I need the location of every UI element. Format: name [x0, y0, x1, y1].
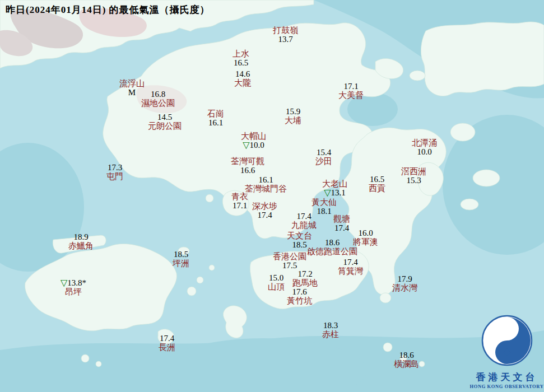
station-name: 深水埗	[252, 202, 277, 211]
station-marker-icon: ▽	[243, 140, 249, 150]
station-name: 青衣	[231, 192, 248, 201]
station-name: 黃大仙	[311, 198, 337, 207]
station-name: 沙田	[315, 157, 332, 166]
station-value: 17.4	[252, 211, 277, 220]
station-marker-icon: ▽	[61, 278, 67, 287]
station: 荃灣可觀16.6	[231, 157, 264, 175]
station-marker-icon: ▽	[324, 188, 331, 197]
station-value: 14.5	[148, 113, 182, 122]
station: 觀塘17.4	[333, 214, 350, 232]
station-value: 13.7	[273, 35, 298, 44]
station-name: 濕地公園	[141, 99, 175, 108]
station-name: 大隴	[234, 78, 251, 87]
station-value: 16.5	[369, 175, 385, 184]
station: 16.0將軍澳	[353, 228, 378, 246]
station-value: 16.1	[207, 118, 224, 127]
station-value: 17.3	[106, 163, 123, 172]
station: 18.3赤柱	[322, 321, 339, 339]
station-name: 大美督	[338, 91, 364, 100]
station: 北潭涌10.0	[412, 138, 437, 156]
station-name: 昂坪	[61, 287, 86, 296]
station: 17.1大美督	[338, 82, 364, 100]
station: 17.4長洲	[159, 334, 175, 352]
station-value: 14.6	[234, 69, 251, 78]
station-name: 打鼓嶺	[273, 26, 298, 35]
station: 16.8濕地公園	[141, 90, 175, 108]
station: 16.5西貢	[369, 175, 385, 193]
station: 18.9赤鱲角	[68, 232, 94, 250]
station-name: 坪洲	[173, 259, 189, 268]
station-value: 18.3	[322, 321, 339, 330]
station-value: 16.5	[233, 58, 249, 67]
station-value: 15.4	[315, 148, 332, 157]
station: 深水埗17.4	[252, 202, 277, 220]
hko-logo-name-zh: 香港天文台	[469, 371, 544, 384]
station: 17.2跑馬地	[292, 269, 318, 287]
station: 大老山▽13.1	[322, 179, 347, 197]
station-name: 屯門	[106, 172, 123, 181]
station: 17.9清水灣	[392, 274, 417, 292]
station-value: 16.0	[353, 228, 378, 237]
station: 石崗16.1	[207, 109, 224, 127]
land-northeast	[421, 22, 544, 96]
station-value: 17.4	[291, 212, 317, 221]
station-value: 15.3	[401, 176, 426, 185]
station-value: 18.5	[173, 250, 189, 259]
station-name: 西貢	[369, 184, 385, 193]
station-name: 大埔	[285, 116, 301, 125]
station-name: 將軍澳	[353, 237, 378, 246]
station-name: 橫瀾島	[394, 360, 419, 368]
station-name: 大帽山	[241, 132, 266, 141]
station-name: 石崗	[207, 109, 224, 118]
station: 15.4沙田	[315, 148, 332, 166]
station: ▽13.8*昂坪	[61, 278, 86, 296]
hk-min-temp-map: 昨日(2024年01月14日) 的最低氣溫（攝氏度） 打鼓嶺13.7上水16.5…	[0, 0, 544, 392]
hko-logo: 香港天文台 HONG KONG OBSERVATORY	[469, 314, 544, 389]
station: 青衣17.1	[231, 192, 248, 210]
station: 17.4筲箕灣	[338, 258, 363, 276]
station-name: 流浮山	[119, 79, 145, 88]
station: 14.5元朗公園	[148, 113, 182, 130]
hko-logo-icon	[480, 314, 534, 367]
station-value: 18.9	[68, 232, 94, 241]
station: 滘西洲15.3	[401, 167, 426, 185]
station-name: 山頂	[268, 282, 285, 291]
station-name: 元朗公園	[148, 122, 182, 130]
hko-logo-name-en: HONG KONG OBSERVATORY	[469, 384, 544, 389]
station-name: 清水灣	[392, 283, 417, 292]
station-value: 16.6	[231, 166, 264, 175]
station-name: 北潭涌	[412, 138, 437, 147]
station-value: 15.0	[268, 273, 285, 282]
station: 14.6大隴	[234, 69, 251, 87]
station-value: 17.5	[273, 261, 306, 270]
station-name: 啟德跑道公園	[307, 247, 357, 256]
station-name: 黃竹坑	[287, 296, 312, 305]
station-name: 荃灣可觀	[231, 157, 264, 166]
station-name: 赤鱲角	[68, 241, 94, 250]
station-value: 17.9	[392, 274, 417, 283]
map-title: 昨日(2024年01月14日) 的最低氣溫（攝氏度）	[6, 3, 210, 16]
station: 打鼓嶺13.7	[273, 26, 298, 44]
station-value: 17.4	[338, 258, 363, 267]
station-name: 滘西洲	[401, 167, 426, 176]
station-name: 九龍城	[291, 221, 317, 230]
station-name: 荃灣城門谷	[245, 184, 287, 193]
station-value: ▽13.1	[322, 188, 347, 197]
station-value: 16.8	[141, 90, 175, 99]
station: 17.3屯門	[106, 163, 123, 181]
station-name: 長洲	[159, 343, 175, 352]
station: 15.0山頂	[268, 273, 285, 291]
station-name: 上水	[233, 49, 249, 58]
station: 18.6啟德跑道公園	[307, 238, 357, 256]
station-name: 赤柱	[322, 330, 339, 339]
station-value: 17.4	[333, 223, 350, 232]
station: 17.6黃竹坑	[287, 287, 312, 305]
station-value: 16.1	[245, 175, 287, 184]
station-name: 大老山	[322, 179, 347, 188]
station: 上水16.5	[233, 49, 249, 67]
station: 16.1荃灣城門谷	[245, 175, 287, 193]
station-value: 17.4	[159, 334, 175, 343]
station-value: 17.1	[231, 201, 248, 210]
station-value: 17.2	[292, 269, 318, 278]
station-value: 18.6	[394, 351, 419, 360]
